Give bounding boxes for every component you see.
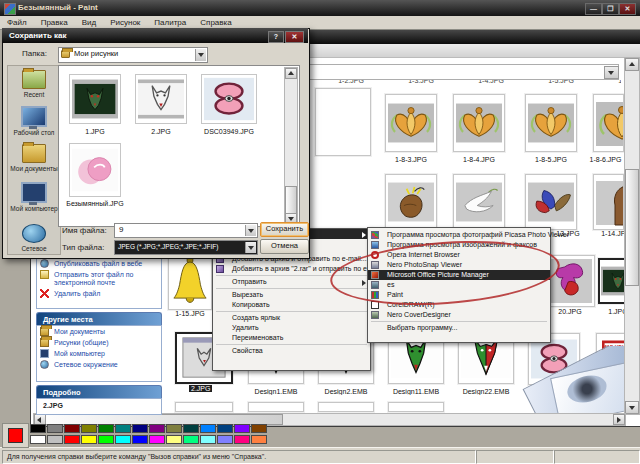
selected-file-label[interactable]: 2.JPG xyxy=(189,385,212,392)
context-menu-delete[interactable]: Удалить xyxy=(213,323,370,333)
context-menu-rename[interactable]: Переименовать xyxy=(213,333,370,343)
address-dropdown-button[interactable] xyxy=(604,66,619,79)
palette-swatch[interactable] xyxy=(115,424,131,433)
other-places-header[interactable]: Другие места xyxy=(36,312,162,326)
file-thumbnail[interactable] xyxy=(385,94,437,152)
open-with-ms-office-picture-manager[interactable]: Microsoft Office Picture Manager xyxy=(368,270,550,280)
open-with-picture-fax-viewer[interactable]: Программа просмотра изображений и факсов xyxy=(368,240,550,250)
palette-swatch[interactable] xyxy=(64,424,80,433)
palette-swatch[interactable] xyxy=(251,424,267,433)
place-my-computer[interactable]: Мой компьютер xyxy=(9,182,59,212)
open-with-coreldraw[interactable]: CorelDRAW(R) xyxy=(368,300,550,310)
open-with-picasa[interactable]: Программа просмотра фотографий Picasa Ph… xyxy=(368,230,550,240)
desktop-icon xyxy=(21,106,47,127)
place-desktop[interactable]: Рабочий стол xyxy=(9,106,59,136)
palette-swatch[interactable] xyxy=(149,435,165,444)
file-thumbnail[interactable] xyxy=(593,94,624,152)
current-color-box[interactable] xyxy=(2,423,29,448)
file-thumbnail[interactable] xyxy=(201,74,257,124)
vertical-scrollbar[interactable] xyxy=(624,57,640,415)
palette-swatch[interactable] xyxy=(115,435,131,444)
filename-input[interactable]: 9 xyxy=(114,223,258,238)
file-thumbnail[interactable] xyxy=(385,174,437,230)
file-list-scrollbar[interactable] xyxy=(284,67,298,225)
palette-swatch[interactable] xyxy=(81,435,97,444)
palette-swatch[interactable] xyxy=(166,424,182,433)
place-network[interactable]: Сетевое xyxy=(9,224,59,252)
file-thumbnail[interactable] xyxy=(525,94,577,152)
maximize-button[interactable]: ❐ xyxy=(602,3,619,15)
save-button[interactable]: Сохранить xyxy=(260,222,309,237)
palette-swatch[interactable] xyxy=(132,424,148,433)
open-with-choose-program[interactable]: Выбрать программу... xyxy=(368,323,550,333)
open-with-nero-coverdesigner[interactable]: Nero CoverDesigner xyxy=(368,310,550,320)
file-thumbnail[interactable] xyxy=(69,74,121,124)
palette-swatch[interactable] xyxy=(183,424,199,433)
file-thumbnail[interactable] xyxy=(453,174,505,230)
place-network[interactable]: Сетевое окружение xyxy=(37,359,161,370)
palette-swatch[interactable] xyxy=(200,435,216,444)
palette-swatch[interactable] xyxy=(234,424,250,433)
file-thumbnail[interactable] xyxy=(593,174,624,230)
palette-swatch[interactable] xyxy=(47,435,63,444)
chevron-down-icon[interactable] xyxy=(245,242,256,253)
context-menu-cut[interactable]: Вырезать xyxy=(213,290,370,300)
palette-swatch[interactable] xyxy=(200,424,216,433)
palette-swatch[interactable] xyxy=(47,424,63,433)
palette-swatch[interactable] xyxy=(132,435,148,444)
details-header[interactable]: Подробно xyxy=(36,385,162,399)
file-thumbnail[interactable] xyxy=(318,402,374,412)
file-thumbnail[interactable] xyxy=(453,94,505,152)
palette-swatch[interactable] xyxy=(166,435,182,444)
cancel-button[interactable]: Отмена xyxy=(260,239,309,254)
palette-swatch[interactable] xyxy=(217,435,233,444)
context-menu-copy[interactable]: Копировать xyxy=(213,300,370,310)
place-my-documents[interactable]: Мои документы xyxy=(9,144,59,172)
file-list-scrollbar-thumb[interactable] xyxy=(285,186,297,214)
place-my-computer[interactable]: Мой компьютер xyxy=(37,348,161,359)
palette-swatch[interactable] xyxy=(30,435,46,444)
palette-swatch[interactable] xyxy=(217,424,233,433)
palette-swatch[interactable] xyxy=(183,435,199,444)
context-menu-create-shortcut[interactable]: Создать ярлык xyxy=(213,313,370,323)
context-menu-send-to[interactable]: Отправить xyxy=(213,277,370,287)
palette-swatch[interactable] xyxy=(251,435,267,444)
filetype-combobox[interactable]: JPEG (*.JPG;*.JPEG;*.JPE;*.JFIF) xyxy=(114,240,258,255)
open-with-paint[interactable]: Paint xyxy=(368,290,550,300)
palette-swatch[interactable] xyxy=(149,424,165,433)
file-thumbnail[interactable] xyxy=(525,174,577,230)
file-thumbnail[interactable] xyxy=(248,402,304,412)
vertical-scrollbar-thumb[interactable] xyxy=(625,169,639,286)
palette-swatch[interactable] xyxy=(64,435,80,444)
chevron-down-icon[interactable] xyxy=(195,49,206,61)
file-thumbnail[interactable] xyxy=(69,143,121,197)
place-my-documents[interactable]: Мои документы xyxy=(37,326,161,337)
task-delete-file[interactable]: Удалить файл xyxy=(37,288,161,299)
place-recent[interactable]: Recent xyxy=(9,70,59,98)
chevron-down-icon[interactable] xyxy=(245,225,256,236)
open-with-opera[interactable]: Opera Internet Browser xyxy=(368,250,550,260)
file-thumbnail[interactable] xyxy=(545,255,595,307)
file-thumbnail[interactable] xyxy=(175,402,233,412)
palette-swatch[interactable] xyxy=(98,435,114,444)
palette-swatch[interactable] xyxy=(30,424,46,433)
open-with-es[interactable]: es xyxy=(368,280,550,290)
help-button[interactable]: ? xyxy=(268,31,284,43)
file-thumbnail[interactable] xyxy=(168,252,212,310)
open-with-nero-photosnap[interactable]: Nero PhotoSnap Viewer xyxy=(368,260,550,270)
task-publish-file[interactable]: Опубликовать файл в вебе xyxy=(37,258,161,269)
palette-swatch[interactable] xyxy=(98,424,114,433)
context-menu-properties[interactable]: Свойства xyxy=(213,346,370,356)
file-thumbnail[interactable] xyxy=(388,402,444,412)
palette-swatch[interactable] xyxy=(234,435,250,444)
close-button[interactable]: ✕ xyxy=(619,3,636,15)
minimize-button[interactable]: — xyxy=(585,3,602,15)
context-menu-add-archive-rar-email[interactable]: Добавить в архив "2.rar" и отправить по … xyxy=(213,264,370,274)
file-thumbnail[interactable] xyxy=(315,88,371,156)
place-shared-pictures[interactable]: Рисунки (общие) xyxy=(37,337,161,348)
folder-combobox[interactable]: Мои рисунки xyxy=(58,47,208,63)
dialog-close-button[interactable]: ✕ xyxy=(285,31,304,43)
palette-swatch[interactable] xyxy=(81,424,97,433)
task-email-file[interactable]: Отправить этот файл по электронной почте xyxy=(37,269,161,288)
file-thumbnail[interactable] xyxy=(135,74,187,124)
